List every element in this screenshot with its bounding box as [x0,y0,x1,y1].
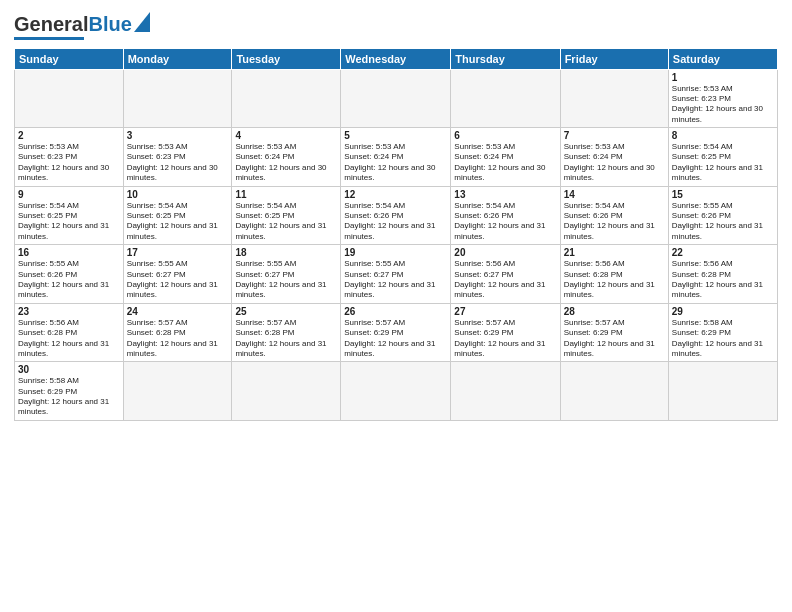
calendar-cell [451,362,560,421]
weekday-header-sunday: Sunday [15,48,124,69]
week-row-6: 30Sunrise: 5:58 AMSunset: 6:29 PMDayligh… [15,362,778,421]
day-info: Sunrise: 5:54 AMSunset: 6:26 PMDaylight:… [454,201,556,243]
day-number: 4 [235,130,337,141]
day-number: 2 [18,130,120,141]
day-info: Sunrise: 5:58 AMSunset: 6:29 PMDaylight:… [18,376,120,418]
day-number: 17 [127,247,229,258]
weekday-header-saturday: Saturday [668,48,777,69]
day-info: Sunrise: 5:54 AMSunset: 6:25 PMDaylight:… [127,201,229,243]
week-row-4: 16Sunrise: 5:55 AMSunset: 6:26 PMDayligh… [15,245,778,304]
weekday-header-friday: Friday [560,48,668,69]
calendar-cell [560,69,668,128]
calendar-cell [451,69,560,128]
day-info: Sunrise: 5:53 AMSunset: 6:24 PMDaylight:… [454,142,556,184]
calendar-cell: 22Sunrise: 5:56 AMSunset: 6:28 PMDayligh… [668,245,777,304]
day-info: Sunrise: 5:58 AMSunset: 6:29 PMDaylight:… [672,318,774,360]
day-number: 25 [235,306,337,317]
day-number: 10 [127,189,229,200]
calendar-page: GeneralBlue SundayMondayTuesdayWednesday… [0,0,792,612]
calendar-cell: 29Sunrise: 5:58 AMSunset: 6:29 PMDayligh… [668,303,777,362]
calendar-table: SundayMondayTuesdayWednesdayThursdayFrid… [14,48,778,421]
svg-marker-0 [134,12,150,32]
calendar-cell [123,69,232,128]
calendar-cell: 4Sunrise: 5:53 AMSunset: 6:24 PMDaylight… [232,128,341,187]
calendar-cell: 16Sunrise: 5:55 AMSunset: 6:26 PMDayligh… [15,245,124,304]
week-row-1: 1Sunrise: 5:53 AMSunset: 6:23 PMDaylight… [15,69,778,128]
day-info: Sunrise: 5:57 AMSunset: 6:28 PMDaylight:… [127,318,229,360]
weekday-header-row: SundayMondayTuesdayWednesdayThursdayFrid… [15,48,778,69]
day-number: 24 [127,306,229,317]
day-number: 29 [672,306,774,317]
calendar-cell: 27Sunrise: 5:57 AMSunset: 6:29 PMDayligh… [451,303,560,362]
day-info: Sunrise: 5:57 AMSunset: 6:28 PMDaylight:… [235,318,337,360]
calendar-cell [232,69,341,128]
logo-underline [14,37,84,40]
calendar-cell: 30Sunrise: 5:58 AMSunset: 6:29 PMDayligh… [15,362,124,421]
calendar-cell: 12Sunrise: 5:54 AMSunset: 6:26 PMDayligh… [341,186,451,245]
calendar-cell: 20Sunrise: 5:56 AMSunset: 6:27 PMDayligh… [451,245,560,304]
day-number: 8 [672,130,774,141]
calendar-cell: 18Sunrise: 5:55 AMSunset: 6:27 PMDayligh… [232,245,341,304]
day-number: 23 [18,306,120,317]
calendar-cell: 28Sunrise: 5:57 AMSunset: 6:29 PMDayligh… [560,303,668,362]
logo-triangle-icon [134,12,150,32]
calendar-cell: 19Sunrise: 5:55 AMSunset: 6:27 PMDayligh… [341,245,451,304]
day-number: 30 [18,364,120,375]
calendar-cell: 14Sunrise: 5:54 AMSunset: 6:26 PMDayligh… [560,186,668,245]
calendar-cell: 24Sunrise: 5:57 AMSunset: 6:28 PMDayligh… [123,303,232,362]
calendar-cell: 5Sunrise: 5:53 AMSunset: 6:24 PMDaylight… [341,128,451,187]
day-number: 21 [564,247,665,258]
day-number: 7 [564,130,665,141]
week-row-2: 2Sunrise: 5:53 AMSunset: 6:23 PMDaylight… [15,128,778,187]
day-info: Sunrise: 5:57 AMSunset: 6:29 PMDaylight:… [454,318,556,360]
day-number: 14 [564,189,665,200]
calendar-cell [341,69,451,128]
day-info: Sunrise: 5:56 AMSunset: 6:27 PMDaylight:… [454,259,556,301]
calendar-cell: 2Sunrise: 5:53 AMSunset: 6:23 PMDaylight… [15,128,124,187]
calendar-cell: 11Sunrise: 5:54 AMSunset: 6:25 PMDayligh… [232,186,341,245]
day-info: Sunrise: 5:54 AMSunset: 6:25 PMDaylight:… [18,201,120,243]
logo-area: GeneralBlue [14,12,150,40]
day-info: Sunrise: 5:56 AMSunset: 6:28 PMDaylight:… [564,259,665,301]
calendar-cell: 25Sunrise: 5:57 AMSunset: 6:28 PMDayligh… [232,303,341,362]
calendar-cell: 3Sunrise: 5:53 AMSunset: 6:23 PMDaylight… [123,128,232,187]
day-number: 27 [454,306,556,317]
calendar-cell [232,362,341,421]
calendar-cell: 26Sunrise: 5:57 AMSunset: 6:29 PMDayligh… [341,303,451,362]
day-number: 9 [18,189,120,200]
day-info: Sunrise: 5:54 AMSunset: 6:25 PMDaylight:… [672,142,774,184]
day-info: Sunrise: 5:55 AMSunset: 6:26 PMDaylight:… [18,259,120,301]
day-info: Sunrise: 5:55 AMSunset: 6:27 PMDaylight:… [344,259,447,301]
day-number: 15 [672,189,774,200]
day-info: Sunrise: 5:54 AMSunset: 6:26 PMDaylight:… [564,201,665,243]
day-info: Sunrise: 5:56 AMSunset: 6:28 PMDaylight:… [672,259,774,301]
day-info: Sunrise: 5:56 AMSunset: 6:28 PMDaylight:… [18,318,120,360]
day-number: 3 [127,130,229,141]
calendar-cell: 21Sunrise: 5:56 AMSunset: 6:28 PMDayligh… [560,245,668,304]
day-number: 13 [454,189,556,200]
header: GeneralBlue [14,12,778,40]
day-info: Sunrise: 5:53 AMSunset: 6:23 PMDaylight:… [127,142,229,184]
calendar-cell [341,362,451,421]
calendar-cell: 17Sunrise: 5:55 AMSunset: 6:27 PMDayligh… [123,245,232,304]
weekday-header-monday: Monday [123,48,232,69]
day-info: Sunrise: 5:54 AMSunset: 6:25 PMDaylight:… [235,201,337,243]
calendar-cell: 8Sunrise: 5:54 AMSunset: 6:25 PMDaylight… [668,128,777,187]
day-info: Sunrise: 5:57 AMSunset: 6:29 PMDaylight:… [564,318,665,360]
day-info: Sunrise: 5:53 AMSunset: 6:23 PMDaylight:… [672,84,774,126]
calendar-cell: 9Sunrise: 5:54 AMSunset: 6:25 PMDaylight… [15,186,124,245]
day-number: 11 [235,189,337,200]
calendar-cell: 1Sunrise: 5:53 AMSunset: 6:23 PMDaylight… [668,69,777,128]
day-info: Sunrise: 5:53 AMSunset: 6:24 PMDaylight:… [235,142,337,184]
weekday-header-thursday: Thursday [451,48,560,69]
calendar-cell [123,362,232,421]
day-number: 16 [18,247,120,258]
day-number: 20 [454,247,556,258]
day-number: 28 [564,306,665,317]
day-info: Sunrise: 5:53 AMSunset: 6:23 PMDaylight:… [18,142,120,184]
calendar-cell [15,69,124,128]
day-number: 26 [344,306,447,317]
day-number: 1 [672,72,774,83]
calendar-cell: 15Sunrise: 5:55 AMSunset: 6:26 PMDayligh… [668,186,777,245]
day-info: Sunrise: 5:53 AMSunset: 6:24 PMDaylight:… [564,142,665,184]
